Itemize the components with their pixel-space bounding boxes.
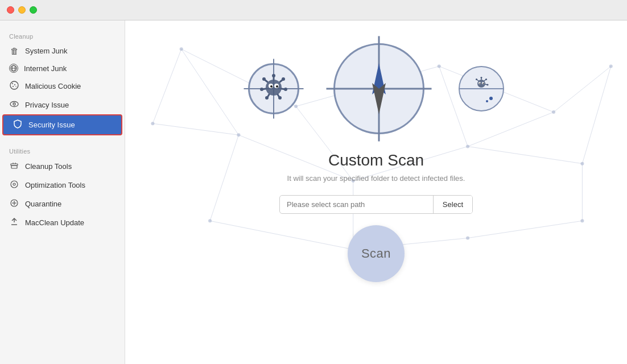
minimize-button[interactable] (18, 6, 26, 14)
svg-point-4 (12, 83, 13, 84)
svg-point-52 (466, 237, 469, 240)
svg-line-32 (152, 123, 238, 135)
trash-icon: 🗑 (9, 46, 19, 56)
sidebar-item-label: Optimization Tools (25, 181, 85, 189)
svg-point-62 (278, 96, 282, 100)
svg-point-68 (262, 77, 266, 81)
svg-line-24 (182, 49, 239, 135)
svg-point-71 (270, 85, 273, 88)
svg-point-58 (282, 77, 285, 81)
svg-point-14 (11, 181, 18, 188)
utilities-section-label: Utilities (0, 141, 125, 157)
svg-point-40 (180, 47, 183, 51)
quarantine-icon (9, 198, 19, 209)
svg-point-83 (476, 78, 477, 80)
svg-line-37 (468, 221, 582, 238)
svg-point-5 (14, 84, 15, 85)
svg-point-77 (481, 77, 482, 78)
sidebar-item-label: Privacy Issue (25, 101, 69, 109)
svg-line-23 (554, 67, 611, 113)
cleanup-section-label: Cleanup (0, 26, 125, 42)
scan-button[interactable]: Scan (348, 225, 405, 282)
internet-icon (9, 64, 18, 73)
shield-icon (13, 119, 23, 130)
sidebar-item-quarantine[interactable]: Quarantine (0, 195, 125, 213)
sidebar-item-label: Security Issue (28, 121, 75, 129)
svg-point-44 (609, 65, 613, 68)
eye-icon (9, 100, 19, 110)
sidebar-item-system-junk[interactable]: 🗑 System Junk (0, 42, 125, 60)
svg-point-43 (552, 110, 555, 114)
compass-circle (333, 43, 424, 134)
svg-line-31 (468, 146, 582, 163)
scan-path-row: Select (279, 195, 473, 214)
svg-point-45 (237, 133, 240, 136)
svg-point-49 (151, 122, 154, 125)
svg-point-60 (284, 88, 287, 91)
sidebar-item-macclean-update[interactable]: MacClean Update (0, 213, 125, 232)
svg-point-47 (466, 144, 469, 148)
small-circle-right (459, 66, 504, 111)
scan-path-input[interactable] (280, 196, 433, 213)
sidebar-item-label: Malicious Cookie (25, 82, 81, 90)
sidebar-item-label: Quarantine (25, 200, 61, 208)
close-button[interactable] (7, 6, 14, 14)
maximize-button[interactable] (30, 6, 37, 14)
sidebar-item-label: Internet Junk (24, 64, 67, 73)
svg-point-64 (265, 96, 269, 100)
svg-point-48 (580, 162, 584, 166)
sidebar-item-malicious-cookie[interactable]: Malicious Cookie (0, 77, 125, 96)
svg-point-7 (15, 86, 16, 86)
svg-point-53 (580, 219, 584, 222)
cleanup-tools-icon (9, 161, 19, 172)
svg-line-34 (210, 135, 238, 221)
main-content: Custom Scan It will scan your specified … (125, 20, 627, 364)
svg-point-81 (487, 84, 489, 85)
sidebar-item-label: Cleanup Tools (25, 162, 72, 171)
svg-point-66 (260, 88, 263, 91)
svg-point-86 (480, 82, 481, 84)
svg-line-33 (152, 49, 181, 123)
titlebar (0, 0, 627, 20)
svg-point-6 (13, 86, 14, 87)
svg-point-87 (483, 82, 484, 84)
svg-point-72 (276, 85, 278, 88)
compass-center (335, 45, 423, 133)
svg-point-79 (485, 78, 487, 80)
illustration-row (248, 43, 504, 134)
svg-point-56 (272, 74, 275, 77)
small-dot-1 (489, 97, 493, 100)
sidebar-item-security-issue[interactable]: Security Issue (2, 114, 122, 135)
sidebar-item-internet-junk[interactable]: Internet Junk (0, 60, 125, 77)
svg-line-35 (210, 221, 353, 249)
sidebar: Cleanup 🗑 System Junk Internet Junk Mali… (0, 20, 125, 364)
app-container: Cleanup 🗑 System Junk Internet Junk Mali… (0, 0, 627, 364)
small-virus-icon (473, 77, 489, 96)
page-subtitle: It will scan your specified folder to de… (287, 174, 465, 183)
svg-point-8 (10, 102, 18, 107)
sidebar-item-label: System Junk (25, 47, 67, 55)
sidebar-item-label: MacClean Update (25, 218, 84, 227)
svg-point-9 (13, 103, 15, 105)
optimization-icon (9, 180, 19, 191)
small-dot-2 (486, 100, 488, 102)
virus-icon (259, 72, 288, 106)
select-path-button[interactable]: Select (434, 196, 472, 213)
bug-circle-left (248, 63, 299, 114)
svg-line-30 (582, 67, 610, 164)
svg-point-50 (208, 219, 212, 222)
svg-point-3 (10, 81, 18, 89)
sidebar-item-cleanup-tools[interactable]: Cleanup Tools (0, 157, 125, 176)
svg-rect-11 (11, 166, 17, 168)
svg-point-15 (13, 183, 15, 185)
sidebar-item-privacy-issue[interactable]: Privacy Issue (0, 96, 125, 114)
update-icon (9, 217, 19, 228)
page-title: Custom Scan (328, 151, 424, 169)
sidebar-item-optimization-tools[interactable]: Optimization Tools (0, 176, 125, 195)
cookie-icon (9, 81, 19, 92)
